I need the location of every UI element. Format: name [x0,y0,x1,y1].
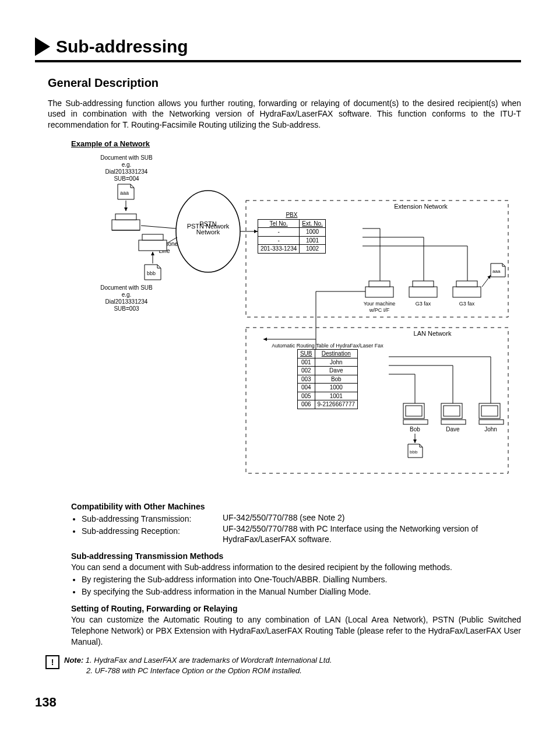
svg-text:Your machine: Your machine [364,301,396,307]
document-icon: aaa [118,184,134,199]
svg-text:Dave: Dave [446,426,460,432]
svg-rect-11 [139,240,167,251]
compat-header: Compatibility with Other Machines [71,501,521,512]
methods-bullet-1: By registering the Sub-address informati… [82,574,521,585]
doc-a-label: Document with SUB [100,154,153,161]
routing-header: Setting of Routing, Forwarding or Relayi… [71,603,521,614]
title-bar: Sub-addressing [35,35,521,62]
svg-rect-53 [441,420,466,424]
svg-text:Document with SUB: Document with SUB [100,284,153,291]
page-number: 138 [35,694,521,711]
document-icon: aaa [491,263,505,277]
svg-text:G3 fax: G3 fax [416,301,431,307]
note-block: ! Note: 1. HydraFax and LaserFAX are tra… [45,655,521,676]
network-diagram: Document with SUB e.g. Dial2013331234 SU… [71,153,521,491]
svg-rect-49 [403,420,428,424]
pbx-table: PBX Tel No.Ext. No. -1000 -1001 201-333-… [258,211,326,254]
svg-text:John: John [484,426,497,432]
document-icon: bbb [408,444,423,458]
lan-network-label: LAN Network [414,330,452,337]
example-header: Example of a Network [71,139,521,149]
svg-rect-32 [453,287,481,297]
svg-rect-33 [456,281,477,287]
svg-text:e.g.: e.g. [122,291,132,298]
routing-table: SUBDestination 001John 002Dave 003Bob 00… [297,349,358,409]
note-1: 1. HydraFax and LaserFAX are trademarks … [86,656,332,664]
doc-a-sub: SUB=004 [114,175,139,182]
intro-paragraph: The Sub-addressing function allows you f… [48,98,521,131]
svg-rect-56 [481,406,498,416]
methods-bullet-2: By specifying the Sub-address informatio… [82,586,521,597]
note-label: Note: [64,656,83,664]
svg-rect-29 [409,287,437,297]
compat-rx-label: Sub-addressing Reception: [82,526,223,537]
routing-body: You can customize the Automatic Routing … [71,614,521,648]
compat-tx-value: UF-342/550/770/788 (see Note 2) [223,512,521,523]
svg-text:PSTN: PSTN [199,220,216,227]
pc-icon [441,403,466,424]
svg-rect-25 [365,287,393,297]
fax-icon [112,214,140,230]
fax-icon [139,234,167,251]
methods-intro: You can send a document with Sub-address… [71,562,521,573]
svg-text:Network: Network [196,228,220,235]
doc-a-eg: e.g. [122,161,132,168]
svg-rect-12 [142,234,163,240]
svg-text:w/PC I/F: w/PC I/F [369,307,390,313]
svg-text:aaa: aaa [492,269,501,274]
svg-rect-57 [479,420,504,424]
svg-text:SUB=003: SUB=003 [114,305,139,312]
svg-rect-3 [115,214,136,220]
svg-rect-30 [413,281,434,287]
pc-icon [403,403,428,424]
page-title: Sub-addressing [56,35,188,59]
svg-rect-2 [112,220,140,230]
pc-icon [479,403,504,424]
svg-text:bbb: bbb [410,449,418,455]
svg-text:aaa: aaa [120,190,129,196]
note-icon: ! [45,655,59,669]
svg-text:Dial2013331234: Dial2013331234 [105,298,148,305]
svg-rect-26 [369,281,390,287]
compat-rx-value: UF-342/550/770/788 with PC Interface usi… [223,523,521,546]
section-heading: General Description [48,75,521,91]
methods-header: Sub-addressing Transmission Methods [71,551,521,562]
fax-icon [409,281,437,297]
svg-line-36 [482,275,491,287]
svg-text:bbb: bbb [147,270,156,276]
svg-rect-48 [406,406,422,416]
note-2: 2. UF-788 with PC Interface Option or th… [86,666,302,676]
fax-icon [365,281,393,297]
ext-network-label: Extension Network [394,203,448,210]
svg-text:G3 fax: G3 fax [459,301,475,307]
doc-a-dial: Dial2013331234 [105,168,148,175]
document-icon: bbb [145,265,161,280]
svg-line-7 [141,226,176,228]
fax-icon [453,281,481,297]
svg-rect-52 [444,406,460,416]
triangle-icon [35,37,50,56]
svg-text:Bob: Bob [410,426,420,432]
compat-tx-label: Sub-addressing Transmission: [82,514,223,525]
